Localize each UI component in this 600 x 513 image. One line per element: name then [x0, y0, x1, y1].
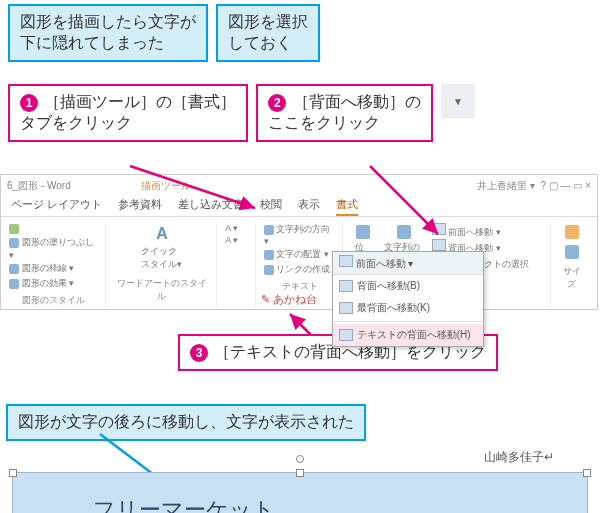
menu-header: 前面へ移動 ▾	[333, 252, 483, 275]
wordart-outline[interactable]: A ▾	[225, 235, 248, 245]
callout-step2: 2 ［背面へ移動］の ここをクリック	[256, 84, 432, 142]
chevron-down-icon: ▼	[453, 96, 463, 107]
window-title: 6_図形 - Word	[7, 179, 71, 193]
create-link[interactable]: リンクの作成	[264, 263, 336, 276]
wrap-icon	[397, 225, 411, 239]
group-shape-styles: 図形の塗りつぶし ▾ 図形の枠線 ▾ 図形の効果 ▾ 図形のスタイル	[7, 223, 106, 307]
document-author: 山崎多佳子↵	[6, 449, 554, 466]
wordart-fill[interactable]: A ▾	[225, 223, 248, 233]
step-number-3: 3	[190, 344, 208, 362]
bucket-icon	[9, 238, 19, 248]
step-number-1: 1	[20, 94, 38, 112]
link-icon	[264, 265, 274, 275]
shape-overlay-text: フリーマーケット 出店者募集	[93, 495, 275, 513]
tab-format[interactable]: 書式	[336, 195, 358, 216]
tab-page-layout[interactable]: ページ レイアウト	[11, 195, 102, 216]
group-caption-shape: 図形のスタイル	[9, 294, 99, 307]
text-align[interactable]: 文字の配置 ▾	[264, 248, 336, 261]
text-align-icon	[264, 250, 274, 260]
outline-icon	[9, 264, 19, 274]
group-caption-wordart: ワードアートのスタイル	[114, 277, 210, 303]
send-backward-icon	[432, 239, 446, 251]
send-backward-menu: 前面へ移動 ▾ 背面へ移動(B) 最背面へ移動(K) テキストの背面へ移動(H)	[332, 251, 484, 347]
ribbon-tab-row: ページ レイアウト 参考資料 差し込み文書 校閲 表示 書式	[1, 193, 597, 217]
group-arrange: 位置 文字列の 折り返し▾ 前面へ移動 ▾ 背面へ移動 ▾ オブジェクトの選択と…	[349, 223, 551, 307]
tab-mailings[interactable]: 差し込み文書	[178, 195, 244, 216]
text-direction[interactable]: 文字列の方向 ▾	[264, 223, 336, 246]
align-icon[interactable]	[565, 225, 579, 239]
pen-icon: ✎	[261, 293, 270, 305]
shape-effects[interactable]: 図形の効果 ▾	[22, 278, 75, 288]
bring-forward-icon	[432, 223, 446, 235]
text-dir-icon	[264, 225, 274, 235]
menu-behind-text[interactable]: テキストの背面へ移動(H)	[333, 324, 483, 346]
step-number-2: 2	[268, 94, 286, 112]
shape-outline[interactable]: 図形の枠線 ▾	[22, 263, 75, 273]
ribbon: 6_図形 - Word 描画ツール 井上香緒里 ▾ ? ▢ — ▭ × ページ …	[0, 174, 598, 310]
tab-references[interactable]: 参考資料	[118, 195, 162, 216]
callout-prep: 図形を選択 しておく	[216, 4, 320, 62]
pen-label: あかね台	[273, 293, 317, 305]
sidebar-dropdown-button[interactable]: ▼	[441, 84, 475, 118]
bring-forward[interactable]: 前面へ移動 ▾	[432, 223, 544, 239]
menu-send-backward[interactable]: 背面へ移動(B)	[333, 275, 483, 297]
group-caption-size: サイズ	[559, 265, 585, 291]
group-wordart: A クイック スタイル▾ ワードアートのスタイル	[112, 223, 217, 307]
window-controls[interactable]: ? ▢ — ▭ ×	[540, 180, 591, 191]
effects-icon	[9, 279, 19, 289]
tab-view[interactable]: 表示	[298, 195, 320, 216]
tab-review[interactable]: 校閲	[260, 195, 282, 216]
quick-styles-button[interactable]: A クイック スタイル▾	[114, 223, 210, 273]
callout-step1: 1 ［描画ツール］の［書式］ タブをクリック	[8, 84, 248, 142]
group-icon[interactable]	[565, 245, 579, 259]
callout-result: 図形が文字の後ろに移動し、文字が表示された	[6, 404, 366, 441]
position-icon	[356, 225, 370, 239]
selected-shape[interactable]: フリーマーケット 出店者募集	[12, 472, 588, 513]
menu-send-to-back[interactable]: 最背面へ移動(K)	[333, 297, 483, 319]
group-caption-text: テキスト	[264, 280, 336, 293]
shape-fill[interactable]: 図形の塗りつぶし ▾	[9, 237, 94, 260]
contextual-tool-label: 描画ツール	[141, 179, 191, 193]
shape-thumb-icon	[9, 224, 19, 234]
callout-problem: 図形を描画したら文字が 下に隠れてしまった	[8, 4, 208, 62]
user-name[interactable]: 井上香緒里 ▾	[477, 180, 535, 191]
group-misc: サイズ	[557, 223, 591, 307]
